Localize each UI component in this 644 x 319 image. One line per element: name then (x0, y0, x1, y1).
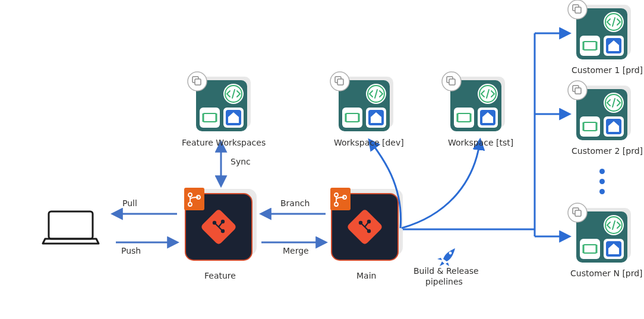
pull-label: Pull (122, 198, 137, 208)
laptop-icon (43, 211, 99, 244)
push-label: Push (121, 246, 141, 255)
workspace-dev-node (330, 72, 393, 131)
rocket-icon (437, 248, 455, 266)
workspace-dev-label: Workspace [dev] (334, 138, 404, 147)
customer-n-label: Customer N [prd] (570, 269, 643, 278)
customer-2-node (568, 81, 631, 140)
merge-label: Merge (283, 246, 309, 255)
diagram-canvas (0, 0, 644, 319)
workspace-tst-label: Workspace [tst] (448, 138, 513, 147)
main-repo (330, 188, 403, 260)
svg-rect-23 (49, 211, 93, 239)
svg-point-24 (449, 252, 452, 255)
feature-workspaces-node (188, 72, 251, 131)
customer-1-label: Customer 1 [prd] (572, 65, 643, 75)
feature-label: Feature (204, 271, 236, 280)
main-label: Main (356, 271, 376, 280)
customer-1-node (568, 0, 631, 59)
workspace-tst-node (442, 72, 505, 131)
pipeline-to-tst (402, 140, 480, 228)
customer-2-label: Customer 2 [prd] (572, 146, 643, 156)
feature-workspaces-label: Feature Workspaces (182, 138, 266, 147)
pipelines-label-1: Build & Release (413, 266, 479, 276)
customers-ellipsis (599, 169, 605, 194)
sync-label: Sync (231, 157, 251, 166)
pipelines-label-2: pipelines (425, 277, 463, 286)
feature-repo (184, 188, 257, 260)
branch-label: Branch (280, 198, 310, 208)
customer-n-node (568, 203, 631, 263)
